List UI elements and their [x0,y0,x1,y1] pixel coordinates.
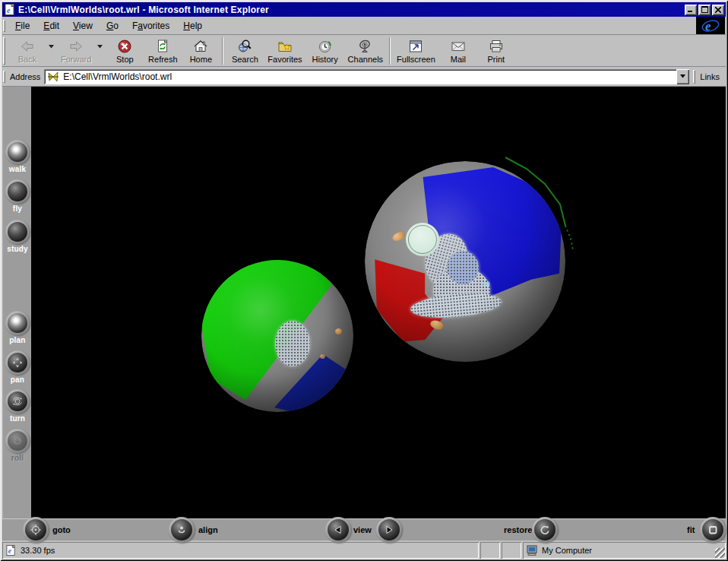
status-bar: e 33.30 fps My Computer [2,540,726,559]
svg-text:e: e [705,19,711,33]
view-next-button[interactable] [376,517,402,543]
svg-text:e: e [8,547,11,555]
address-bar: Address Links [2,67,726,87]
ie-document-icon: e [4,4,16,15]
plan-sphere-icon [5,311,30,335]
pan-arrows-icon [5,350,30,375]
toolbar-separator [222,37,223,65]
vrml-side-dashboard: walkflystudyplanpanturnroll [2,87,31,518]
sidebar-button-study[interactable]: study [5,220,30,253]
address-input[interactable] [63,71,676,83]
resize-grip[interactable] [715,548,725,558]
cell-sphere-small[interactable] [201,260,353,412]
sidebar-button-roll: roll [5,429,30,462]
maximize-button[interactable] [698,5,711,15]
sidebar-button-label: walk [9,165,26,173]
toolbar-button-back: Back [8,36,46,66]
svg-text:e: e [7,6,11,14]
address-dropdown-button[interactable] [676,69,689,84]
menu-item-view[interactable]: View [66,18,100,33]
address-gripper[interactable] [3,71,5,83]
links-band: Links [692,70,724,84]
menu-gripper[interactable] [3,20,5,32]
align-button[interactable] [169,517,195,543]
toolbar-button-favorites[interactable]: Favorites [264,36,305,66]
menu-item-edit[interactable]: Edit [36,18,66,33]
sidebar-button-fly[interactable]: fly [5,179,30,213]
sidebar-button-pan[interactable]: pan [5,350,30,384]
history-icon [318,38,333,54]
sidebar-button-walk[interactable]: walk [5,140,30,173]
view-label: view [353,525,372,534]
sidebar-button-label: turn [10,414,25,423]
menu-item-file[interactable]: File [8,18,36,33]
ie-window: e E:\Cell\VrmlWorlds\root.wrl - Microsof… [0,0,728,561]
sidebar-button-turn[interactable]: turn [5,389,30,423]
study-sphere-icon [5,220,30,244]
window-title: E:\Cell\VrmlWorlds\root.wrl - Microsoft … [18,5,683,15]
goto-label: goto [52,525,71,534]
toolbar-gripper[interactable] [3,37,5,65]
toolbar-button-fullscreen[interactable]: Fullscreen [393,36,439,66]
status-pane-spacer [480,542,500,559]
sidebar-button-label: pan [11,376,24,384]
menu-item-go[interactable]: Go [100,18,125,33]
toolbar-button-home[interactable]: Home [182,36,220,66]
sidebar-button-label: roll [11,454,24,462]
sidebar-button-plan[interactable]: plan [5,311,30,344]
toolbar-button-label: Refresh [148,55,178,64]
status-pane-spacer [502,542,521,559]
restore-button[interactable] [532,517,558,543]
minimize-button[interactable] [685,5,697,15]
toolbar-button-refresh[interactable]: Refresh [144,36,182,66]
refresh-icon [155,38,170,54]
favorites-icon [277,38,293,54]
menu-item-help[interactable]: Help [176,18,209,33]
sphere-shading [201,260,353,412]
cell-sphere-large[interactable]: ≈≋ [365,161,565,362]
menu-bar: FileEditViewGoFavoritesHelp e [2,17,726,35]
toolbar-button-label: Back [18,55,36,64]
dropdown-caret-back[interactable] [46,32,55,62]
browser-client-area: walkflystudyplanpanturnroll [2,87,726,540]
close-button[interactable] [712,5,724,15]
toolbar-button-print[interactable]: Print [477,36,515,66]
menu-item-favorites[interactable]: Favorites [125,18,176,33]
toolbar-button-search[interactable]: Search [226,36,264,66]
restore-label: restore [504,525,532,534]
status-pane-main: e 33.30 fps [2,542,479,559]
toolbar-button-channels[interactable]: Channels [344,36,387,66]
stop-icon [117,38,132,54]
sphere-shading [365,161,565,362]
security-zone-label: My Computer [542,546,592,555]
forward-icon [68,38,84,54]
toolbar-button-label: Favorites [267,55,302,64]
vrml-file-icon [46,71,60,83]
toolbar-button-label: Stop [116,55,134,64]
address-field[interactable] [44,69,689,84]
fit-button[interactable] [700,517,726,543]
home-icon [193,38,208,54]
roll-icon [5,429,30,453]
toolbar-button-label: Print [488,55,505,64]
links-label[interactable]: Links [700,72,720,81]
vrml-viewport[interactable]: ≈≋ [31,87,726,518]
walk-sphere-icon [5,140,30,164]
toolbar-button-stop[interactable]: Stop [106,36,144,66]
view-prev-button[interactable] [325,517,351,543]
print-icon [489,38,504,54]
goto-button[interactable] [23,517,49,543]
fit-label: fit [687,525,695,534]
dropdown-caret-forward[interactable] [95,32,104,62]
address-label: Address [10,72,40,81]
toolbar-button-history[interactable]: History [306,36,344,66]
links-gripper[interactable] [693,70,695,84]
title-bar[interactable]: e E:\Cell\VrmlWorlds\root.wrl - Microsof… [2,2,726,17]
toolbar-button-mail[interactable]: Mail [439,36,477,66]
fps-readout: 33.30 fps [21,546,55,555]
align-label: align [198,525,218,534]
toolbar-button-label: Forward [61,55,91,64]
vrml-bottom-dashboard: goto align view restore fit [2,518,726,540]
toolbar-button-label: Channels [348,55,383,64]
fly-sphere-icon [5,179,30,204]
